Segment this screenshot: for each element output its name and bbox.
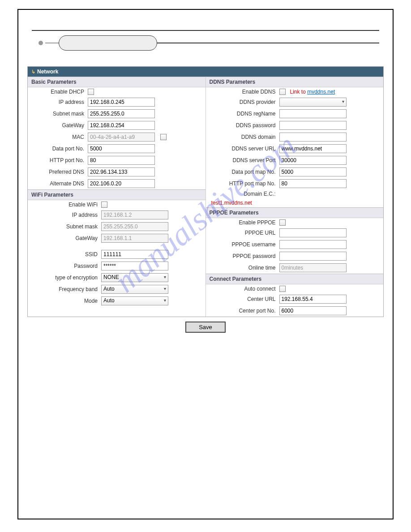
- auto-connect-label: Auto connect: [208, 286, 279, 292]
- gateway-label: GateWay: [30, 122, 88, 129]
- wifi-gateway-label: GateWay: [30, 235, 101, 241]
- ddns-domain-input[interactable]: [279, 133, 347, 142]
- link-to-text: Link to mvddns.net: [290, 89, 335, 95]
- ddns-parameters-header: DDNS Parameters: [206, 77, 384, 87]
- enable-dhcp-checkbox[interactable]: [88, 89, 94, 95]
- encryption-type-label: type of encryption: [30, 275, 101, 281]
- online-time-label: Online time: [208, 265, 279, 271]
- pppoe-password-input[interactable]: [279, 252, 347, 261]
- pppoe-url-input[interactable]: [279, 228, 347, 237]
- ddns-server-url-input[interactable]: [279, 144, 347, 153]
- enable-wifi-checkbox[interactable]: [101, 202, 107, 208]
- domain-ec-label: Domain E.C.:: [208, 191, 279, 197]
- wifi-gateway-input[interactable]: [101, 234, 168, 243]
- bullet-icon: [39, 41, 43, 45]
- pppoe-username-input[interactable]: [279, 240, 347, 249]
- frequency-band-select[interactable]: Auto: [101, 285, 168, 294]
- center-url-label: Center URL: [208, 296, 279, 302]
- encryption-type-select[interactable]: NONE: [101, 273, 168, 282]
- pppoe-url-label: PPPOE URL: [208, 230, 279, 236]
- alternate-dns-label: Alternate DNS: [30, 180, 88, 187]
- network-panel: ↳ Network Basic Parameters Enable DHCP I…: [27, 66, 384, 317]
- ddns-password-input[interactable]: [279, 121, 347, 130]
- wifi-ip-label: IP address: [30, 212, 101, 218]
- auto-connect-checkbox[interactable]: [279, 286, 286, 292]
- ddns-provider-select[interactable]: [279, 98, 347, 107]
- ssid-label: SSID: [30, 251, 101, 257]
- ddns-provider-label: DDNS provider: [208, 99, 279, 105]
- wifi-ip-input[interactable]: [101, 210, 168, 219]
- alternate-dns-input[interactable]: [88, 179, 155, 188]
- ip-address-input[interactable]: [88, 98, 155, 107]
- panel-titlebar: ↳ Network: [28, 67, 383, 77]
- arrow-icon: ↳: [31, 69, 35, 75]
- subnet-mask-input[interactable]: [88, 109, 155, 118]
- frequency-band-label: Frequency band: [30, 286, 101, 292]
- ip-address-label: IP address: [30, 99, 88, 105]
- ddns-server-url-label: DDNS server URL: [208, 146, 279, 152]
- ddns-regname-input[interactable]: [279, 109, 347, 118]
- enable-dhcp-label: Enable DHCP: [30, 89, 88, 95]
- preferred-dns-input[interactable]: [88, 167, 155, 176]
- subnet-mask-label: Subnet mask: [30, 111, 88, 117]
- wifi-password-label: Password: [30, 263, 101, 269]
- domain-ec-value: test1.mvddns.net: [208, 200, 252, 206]
- mac-input: [88, 133, 155, 142]
- preferred-dns-label: Preferred DNS: [30, 169, 88, 175]
- mvddns-link[interactable]: mvddns.net: [307, 89, 335, 95]
- http-port-map-input[interactable]: [279, 179, 347, 188]
- ddns-regname-label: DDNS regName: [208, 111, 279, 117]
- http-port-input[interactable]: [88, 156, 155, 165]
- ddns-password-label: DDNS password: [208, 122, 279, 129]
- ssid-input[interactable]: [101, 250, 168, 259]
- connect-parameters-header: Connect Parameters: [206, 274, 384, 284]
- data-port-map-input[interactable]: [279, 167, 347, 176]
- center-url-input[interactable]: [279, 295, 347, 304]
- ddns-server-port-label: DDNS server Port: [208, 157, 279, 163]
- mac-checkbox[interactable]: [160, 134, 167, 140]
- wifi-subnet-input[interactable]: [101, 222, 168, 231]
- mode-label: Mode: [30, 298, 101, 304]
- enable-pppoe-label: Enable PPPOE: [208, 219, 279, 226]
- enable-wifi-label: Enable WiFi: [30, 202, 101, 208]
- data-port-label: Data port No.: [30, 146, 88, 152]
- wifi-parameters-header: WiFi Parameters: [28, 189, 206, 200]
- center-port-label: Center port No.: [208, 308, 279, 314]
- ddns-server-port-input[interactable]: [279, 156, 347, 165]
- wifi-password-input[interactable]: [101, 262, 168, 270]
- ddns-domain-label: DDNS domain: [208, 134, 279, 140]
- http-port-label: HTTP port No.: [30, 157, 88, 163]
- online-time-input: [279, 263, 347, 272]
- wifi-subnet-label: Subnet mask: [30, 223, 101, 230]
- save-button[interactable]: Save: [185, 322, 226, 333]
- pppoe-parameters-header: PPPOE Parameters: [206, 207, 384, 218]
- http-port-map-label: HTTP port map No.: [208, 180, 279, 187]
- basic-parameters-header: Basic Parameters: [28, 77, 206, 87]
- enable-ddns-checkbox[interactable]: [279, 89, 286, 95]
- gateway-input[interactable]: [88, 121, 155, 130]
- data-port-map-label: Data port map No.: [208, 169, 279, 175]
- section-pill: [59, 35, 157, 51]
- enable-pppoe-checkbox[interactable]: [279, 219, 286, 226]
- mac-label: MAC: [30, 134, 88, 140]
- data-port-input[interactable]: [88, 144, 155, 153]
- mode-select[interactable]: Auto: [101, 296, 168, 305]
- pppoe-username-label: PPPOE username: [208, 241, 279, 248]
- center-port-input[interactable]: [279, 306, 347, 315]
- panel-title: Network: [37, 69, 58, 75]
- enable-ddns-label: Enable DDNS: [208, 89, 279, 95]
- pppoe-password-label: PPPOE password: [208, 253, 279, 259]
